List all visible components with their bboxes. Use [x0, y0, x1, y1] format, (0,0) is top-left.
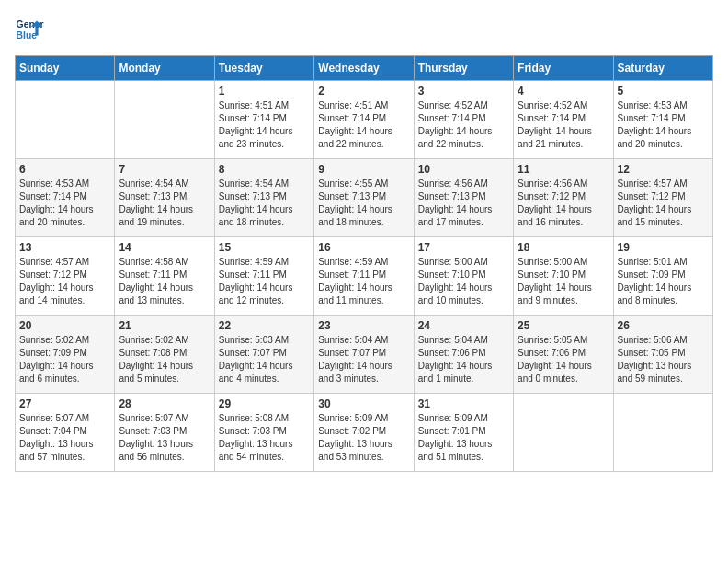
calendar-cell: 19Sunrise: 5:01 AM Sunset: 7:09 PM Dayli…: [613, 237, 712, 316]
calendar-cell: 15Sunrise: 4:59 AM Sunset: 7:11 PM Dayli…: [214, 237, 313, 316]
calendar-cell: 2Sunrise: 4:51 AM Sunset: 7:14 PM Daylig…: [314, 81, 414, 159]
calendar-cell: 31Sunrise: 5:09 AM Sunset: 7:01 PM Dayli…: [414, 394, 513, 472]
day-number: 6: [19, 163, 110, 176]
calendar-cell: 13Sunrise: 4:57 AM Sunset: 7:12 PM Dayli…: [16, 237, 115, 316]
calendar-cell: 6Sunrise: 4:53 AM Sunset: 7:14 PM Daylig…: [16, 159, 115, 237]
day-number: 20: [19, 319, 110, 332]
calendar-cell: [16, 81, 115, 159]
calendar-cell: 29Sunrise: 5:08 AM Sunset: 7:03 PM Dayli…: [214, 394, 313, 472]
day-detail: Sunrise: 4:57 AM Sunset: 7:12 PM Dayligh…: [19, 256, 110, 307]
logo: General Blue: [15, 15, 44, 44]
day-detail: Sunrise: 5:09 AM Sunset: 7:01 PM Dayligh…: [418, 412, 509, 464]
day-detail: Sunrise: 4:59 AM Sunset: 7:11 PM Dayligh…: [219, 256, 310, 307]
header-day: Saturday: [613, 56, 712, 81]
calendar-cell: 11Sunrise: 4:56 AM Sunset: 7:12 PM Dayli…: [514, 159, 613, 237]
calendar-cell: 16Sunrise: 4:59 AM Sunset: 7:11 PM Dayli…: [314, 237, 414, 316]
day-detail: Sunrise: 4:52 AM Sunset: 7:14 PM Dayligh…: [518, 99, 609, 151]
day-detail: Sunrise: 5:09 AM Sunset: 7:02 PM Dayligh…: [318, 412, 409, 464]
day-detail: Sunrise: 4:52 AM Sunset: 7:14 PM Dayligh…: [418, 99, 509, 151]
day-number: 2: [318, 85, 409, 98]
day-detail: Sunrise: 5:06 AM Sunset: 7:05 PM Dayligh…: [618, 334, 709, 385]
calendar-week-row: 6Sunrise: 4:53 AM Sunset: 7:14 PM Daylig…: [16, 159, 713, 237]
calendar-cell: 17Sunrise: 5:00 AM Sunset: 7:10 PM Dayli…: [414, 237, 513, 316]
day-detail: Sunrise: 5:04 AM Sunset: 7:07 PM Dayligh…: [318, 334, 409, 385]
header-day: Tuesday: [214, 56, 313, 81]
calendar-body: 1Sunrise: 4:51 AM Sunset: 7:14 PM Daylig…: [16, 81, 713, 472]
day-number: 16: [318, 241, 409, 254]
logo-icon: General Blue: [15, 15, 44, 44]
day-number: 24: [418, 319, 509, 332]
day-detail: Sunrise: 4:58 AM Sunset: 7:11 PM Dayligh…: [119, 256, 210, 307]
day-number: 28: [119, 397, 210, 410]
calendar-header: SundayMondayTuesdayWednesdayThursdayFrid…: [16, 56, 713, 81]
header-day: Wednesday: [314, 56, 414, 81]
calendar-cell: 24Sunrise: 5:04 AM Sunset: 7:06 PM Dayli…: [414, 316, 513, 394]
day-detail: Sunrise: 5:01 AM Sunset: 7:09 PM Dayligh…: [618, 256, 709, 307]
calendar-cell: 1Sunrise: 4:51 AM Sunset: 7:14 PM Daylig…: [214, 81, 313, 159]
day-number: 23: [318, 319, 409, 332]
day-number: 3: [418, 85, 509, 98]
calendar-table: SundayMondayTuesdayWednesdayThursdayFrid…: [15, 55, 713, 472]
calendar-cell: 4Sunrise: 4:52 AM Sunset: 7:14 PM Daylig…: [514, 81, 613, 159]
calendar-cell: 18Sunrise: 5:00 AM Sunset: 7:10 PM Dayli…: [514, 237, 613, 316]
day-detail: Sunrise: 4:55 AM Sunset: 7:13 PM Dayligh…: [318, 178, 409, 229]
day-number: 9: [318, 163, 409, 176]
day-number: 22: [219, 319, 310, 332]
calendar-cell: 7Sunrise: 4:54 AM Sunset: 7:13 PM Daylig…: [115, 159, 214, 237]
calendar-cell: 25Sunrise: 5:05 AM Sunset: 7:06 PM Dayli…: [514, 316, 613, 394]
day-detail: Sunrise: 5:07 AM Sunset: 7:03 PM Dayligh…: [119, 412, 210, 464]
day-number: 12: [618, 163, 709, 176]
calendar-week-row: 13Sunrise: 4:57 AM Sunset: 7:12 PM Dayli…: [16, 237, 713, 316]
calendar-cell: 26Sunrise: 5:06 AM Sunset: 7:05 PM Dayli…: [613, 316, 712, 394]
day-detail: Sunrise: 4:57 AM Sunset: 7:12 PM Dayligh…: [618, 178, 709, 229]
day-detail: Sunrise: 5:00 AM Sunset: 7:10 PM Dayligh…: [518, 256, 609, 307]
calendar-cell: 5Sunrise: 4:53 AM Sunset: 7:14 PM Daylig…: [613, 81, 712, 159]
day-detail: Sunrise: 4:56 AM Sunset: 7:12 PM Dayligh…: [518, 178, 609, 229]
header-row: SundayMondayTuesdayWednesdayThursdayFrid…: [16, 56, 713, 81]
day-detail: Sunrise: 5:03 AM Sunset: 7:07 PM Dayligh…: [219, 334, 310, 385]
day-number: 17: [418, 241, 509, 254]
day-number: 29: [219, 397, 310, 410]
calendar-cell: 21Sunrise: 5:02 AM Sunset: 7:08 PM Dayli…: [115, 316, 214, 394]
day-detail: Sunrise: 4:54 AM Sunset: 7:13 PM Dayligh…: [219, 178, 310, 229]
calendar-cell: 3Sunrise: 4:52 AM Sunset: 7:14 PM Daylig…: [414, 81, 513, 159]
calendar-cell: [514, 394, 613, 472]
header-day: Thursday: [414, 56, 513, 81]
calendar-cell: 9Sunrise: 4:55 AM Sunset: 7:13 PM Daylig…: [314, 159, 414, 237]
day-number: 26: [618, 319, 709, 332]
day-number: 14: [119, 241, 210, 254]
day-detail: Sunrise: 4:53 AM Sunset: 7:14 PM Dayligh…: [19, 178, 110, 229]
calendar-cell: [115, 81, 214, 159]
day-detail: Sunrise: 4:53 AM Sunset: 7:14 PM Dayligh…: [618, 99, 709, 151]
calendar-cell: 28Sunrise: 5:07 AM Sunset: 7:03 PM Dayli…: [115, 394, 214, 472]
day-number: 15: [219, 241, 310, 254]
day-detail: Sunrise: 5:05 AM Sunset: 7:06 PM Dayligh…: [518, 334, 609, 385]
day-number: 7: [119, 163, 210, 176]
day-number: 4: [518, 85, 609, 98]
calendar-cell: 8Sunrise: 4:54 AM Sunset: 7:13 PM Daylig…: [214, 159, 313, 237]
calendar-cell: 12Sunrise: 4:57 AM Sunset: 7:12 PM Dayli…: [613, 159, 712, 237]
calendar-cell: [613, 394, 712, 472]
day-detail: Sunrise: 4:51 AM Sunset: 7:14 PM Dayligh…: [219, 99, 310, 151]
calendar-week-row: 20Sunrise: 5:02 AM Sunset: 7:09 PM Dayli…: [16, 316, 713, 394]
day-number: 21: [119, 319, 210, 332]
calendar-week-row: 1Sunrise: 4:51 AM Sunset: 7:14 PM Daylig…: [16, 81, 713, 159]
day-detail: Sunrise: 5:02 AM Sunset: 7:08 PM Dayligh…: [119, 334, 210, 385]
day-number: 30: [318, 397, 409, 410]
day-number: 13: [19, 241, 110, 254]
page-header: General Blue: [15, 15, 713, 44]
day-detail: Sunrise: 5:04 AM Sunset: 7:06 PM Dayligh…: [418, 334, 509, 385]
calendar-cell: 10Sunrise: 4:56 AM Sunset: 7:13 PM Dayli…: [414, 159, 513, 237]
day-detail: Sunrise: 4:59 AM Sunset: 7:11 PM Dayligh…: [318, 256, 409, 307]
calendar-cell: 14Sunrise: 4:58 AM Sunset: 7:11 PM Dayli…: [115, 237, 214, 316]
day-detail: Sunrise: 5:00 AM Sunset: 7:10 PM Dayligh…: [418, 256, 509, 307]
day-detail: Sunrise: 4:56 AM Sunset: 7:13 PM Dayligh…: [418, 178, 509, 229]
calendar-cell: 20Sunrise: 5:02 AM Sunset: 7:09 PM Dayli…: [16, 316, 115, 394]
day-number: 31: [418, 397, 509, 410]
calendar-cell: 27Sunrise: 5:07 AM Sunset: 7:04 PM Dayli…: [16, 394, 115, 472]
calendar-cell: 22Sunrise: 5:03 AM Sunset: 7:07 PM Dayli…: [214, 316, 313, 394]
day-number: 25: [518, 319, 609, 332]
day-detail: Sunrise: 5:02 AM Sunset: 7:09 PM Dayligh…: [19, 334, 110, 385]
calendar-week-row: 27Sunrise: 5:07 AM Sunset: 7:04 PM Dayli…: [16, 394, 713, 472]
day-number: 8: [219, 163, 310, 176]
